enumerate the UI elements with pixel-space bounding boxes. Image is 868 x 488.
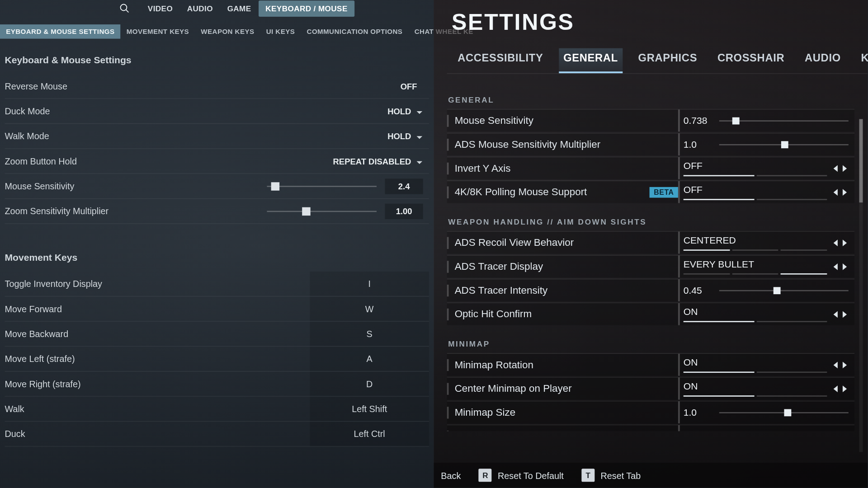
slider[interactable]: [267, 207, 377, 215]
dropdown[interactable]: HOLD: [387, 131, 423, 141]
slider[interactable]: [719, 117, 849, 124]
beta-badge: BETA: [650, 187, 678, 197]
label: Move Forward: [5, 304, 62, 314]
dropdown[interactable]: REPEAT DISABLED: [333, 156, 423, 166]
value: OFF: [684, 184, 827, 195]
label: Walk Mode: [5, 131, 49, 141]
value: 0.9: [684, 431, 715, 432]
label: Duck Mode: [5, 106, 50, 116]
search-icon[interactable]: [119, 3, 130, 14]
row-polling: 4K/8K Polling Mouse SupportBETA OFF: [447, 180, 854, 203]
arrow-left-icon[interactable]: [832, 188, 840, 196]
arrow-right-icon[interactable]: [840, 263, 848, 271]
tab-graphics[interactable]: GRAPHICS: [633, 48, 702, 73]
subcat-movement-keys[interactable]: MOVEMENT KEYS: [121, 24, 195, 39]
subcat-communication-options[interactable]: COMMUNICATION OPTIONS: [301, 24, 408, 39]
chooser[interactable]: CENTERED: [678, 232, 849, 254]
row-zoom-sens-mult: Zoom Sensitivity Multiplier 1.00: [5, 199, 429, 224]
arrow-right-icon[interactable]: [840, 310, 848, 318]
tab-general[interactable]: GENERAL: [559, 48, 623, 73]
scrollbar-thumb[interactable]: [859, 119, 863, 203]
slider[interactable]: [267, 182, 377, 190]
label: Optic Hit Confirm: [447, 308, 678, 320]
row-reverse-mouse[interactable]: Reverse Mouse OFF: [5, 74, 429, 99]
arrow-left-icon[interactable]: [832, 385, 840, 393]
arrow-left-icon[interactable]: [832, 164, 840, 172]
row-mm-center: Center Minimap on Player ON: [447, 377, 854, 399]
row-walk-mode[interactable]: Walk Mode HOLD: [5, 124, 429, 149]
topcat-game[interactable]: GAME: [220, 0, 259, 17]
section-title-kbmouse: Keyboard & Mouse Settings: [5, 39, 429, 74]
arrow-left-icon[interactable]: [832, 263, 840, 271]
label: Zoom Button Hold: [5, 156, 77, 166]
label: ADS Tracer Intensity: [447, 284, 678, 296]
keybind-value[interactable]: A: [310, 347, 429, 371]
slider-value[interactable]: 1.00: [385, 203, 423, 219]
arrow-right-icon[interactable]: [840, 385, 848, 393]
row-mouse-sens: Mouse Sensitivity 2.4: [5, 174, 429, 199]
row-mm-rot: Minimap Rotation ON: [447, 353, 854, 376]
tab-crosshair[interactable]: CROSSHAIR: [712, 48, 789, 73]
arrow-left-icon[interactable]: [832, 239, 840, 247]
keybind-value[interactable]: W: [310, 296, 429, 321]
label: Minimap Rotation: [447, 359, 678, 371]
section-title: WEAPON HANDLING // AIM DOWN SIGHTS: [447, 204, 854, 231]
keybind-row[interactable]: Move Right (strafe)D: [5, 371, 429, 396]
slider-value[interactable]: 2.4: [385, 178, 423, 194]
arrow-right-icon[interactable]: [840, 164, 848, 172]
slider[interactable]: [719, 409, 849, 416]
tab-audio[interactable]: AUDIO: [800, 48, 845, 73]
value: 1.0: [684, 139, 715, 150]
keybind-value[interactable]: Left Shift: [310, 397, 429, 421]
slider[interactable]: [719, 141, 849, 148]
keybind-value[interactable]: D: [310, 371, 429, 396]
chooser[interactable]: ON: [678, 303, 849, 325]
back-button[interactable]: Back: [441, 470, 461, 480]
reset-default-button[interactable]: R Reset To Default: [479, 469, 564, 482]
tab-accessibility[interactable]: ACCESSIBILITY: [453, 48, 548, 73]
label: Minimap Scale: [447, 430, 678, 431]
reset-tab-button[interactable]: T Reset Tab: [581, 469, 641, 482]
keybind-row[interactable]: Move BackwardS: [5, 322, 429, 347]
subcat-eyboard-mouse-settings[interactable]: EYBOARD & MOUSE SETTINGS: [0, 24, 121, 39]
row-zoom-hold[interactable]: Zoom Button Hold REPEAT DISABLED: [5, 149, 429, 174]
tab-keybindings[interactable]: KEYBINDINGS: [856, 48, 868, 73]
subcat-ui-keys[interactable]: UI KEYS: [260, 24, 301, 39]
arrow-right-icon[interactable]: [840, 188, 848, 196]
keybind-row[interactable]: Move Left (strafe)A: [5, 347, 429, 371]
topcat-audio[interactable]: AUDIO: [180, 0, 220, 17]
arrow-left-icon[interactable]: [832, 310, 840, 318]
arrow-right-icon[interactable]: [840, 361, 848, 369]
value: ON: [684, 381, 827, 392]
keycap-icon: R: [479, 469, 492, 482]
keybind-row[interactable]: Toggle Inventory DisplayI: [5, 272, 429, 296]
keybind-row[interactable]: WalkLeft Shift: [5, 397, 429, 422]
left-topbar: VIDEOAUDIOGAMEKEYBOARD / MOUSE: [0, 0, 434, 17]
row-invert-y: Invert Y Axis OFF: [447, 157, 854, 179]
chooser[interactable]: EVERY BULLET: [678, 255, 849, 277]
topcat-video[interactable]: VIDEO: [141, 0, 180, 17]
right-panel: SETTINGS ACCESSIBILITYGENERALGRAPHICSCRO…: [434, 0, 868, 488]
value: 1.0: [684, 407, 715, 418]
subcat-weapon-keys[interactable]: WEAPON KEYS: [195, 24, 260, 39]
value: EVERY BULLET: [684, 259, 827, 270]
arrow-left-icon[interactable]: [832, 361, 840, 369]
keybind-row[interactable]: DuckLeft Ctrl: [5, 422, 429, 446]
keybind-value[interactable]: I: [310, 272, 429, 296]
topcat-keyboard-mouse[interactable]: KEYBOARD / MOUSE: [258, 0, 354, 17]
dropdown[interactable]: HOLD: [387, 106, 423, 116]
keybind-value[interactable]: Left Ctrl: [310, 422, 429, 446]
label: Mouse Sensitivity: [5, 181, 75, 191]
chooser[interactable]: OFF: [678, 157, 849, 179]
chooser[interactable]: ON: [678, 378, 849, 400]
row-duck-mode[interactable]: Duck Mode HOLD: [5, 99, 429, 124]
value: ON: [684, 306, 827, 317]
arrow-right-icon[interactable]: [840, 239, 848, 247]
keybind-value[interactable]: S: [310, 322, 429, 346]
keybind-row[interactable]: Move ForwardW: [5, 296, 429, 321]
slider[interactable]: [719, 287, 849, 294]
scrollbar[interactable]: [859, 119, 863, 452]
row-mouse-sens: Mouse Sensitivity 0.738: [447, 109, 854, 131]
chooser[interactable]: ON: [678, 354, 849, 376]
chooser[interactable]: OFF: [678, 181, 849, 203]
